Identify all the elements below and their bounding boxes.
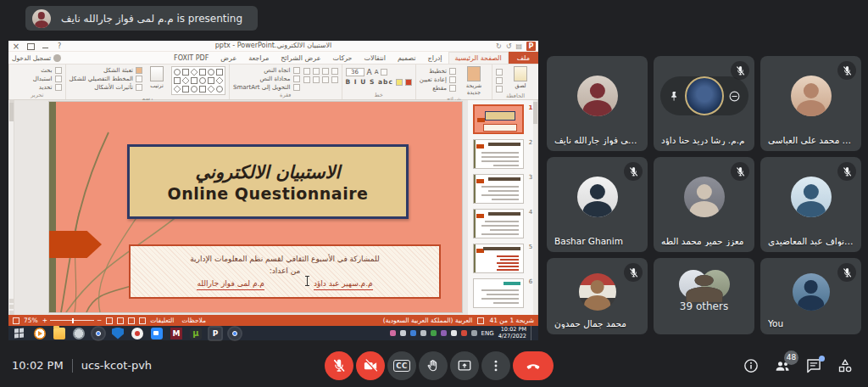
- participant-tile-4[interactable]: Bashar Ghanim: [547, 157, 648, 252]
- tab-slideshow[interactable]: عرض الشرائح: [275, 52, 326, 64]
- activities-button[interactable]: [836, 356, 854, 375]
- captions-button[interactable]: CC: [387, 351, 416, 380]
- utorrent-icon[interactable]: µ: [190, 328, 202, 339]
- zoom-app-icon[interactable]: [151, 328, 163, 339]
- tray-icon-2[interactable]: [400, 330, 406, 336]
- maroon-app-icon[interactable]: M: [170, 328, 182, 339]
- thumbnail-slide-5[interactable]: 5: [468, 244, 537, 273]
- spellcheck-icon[interactable]: [477, 317, 484, 324]
- tray-icon-6[interactable]: [441, 330, 447, 336]
- slide-scrollbar[interactable]: [8, 100, 14, 315]
- shape-fill-button[interactable]: تعبئة الشكل: [70, 67, 142, 74]
- status-language[interactable]: العربية (المملكة العربية السعودية): [383, 317, 473, 324]
- tab-home[interactable]: الصفحة الرئيسية: [448, 52, 509, 64]
- reading-view-icon[interactable]: [106, 317, 113, 324]
- shape-effects-button[interactable]: تأثيرات الأشكال: [70, 84, 142, 91]
- participants-button[interactable]: 48: [773, 356, 792, 375]
- tray-icon-3[interactable]: [410, 330, 416, 336]
- sign-in-button[interactable]: تسجيل الدخول: [12, 52, 61, 64]
- highlight-color-icon[interactable]: [396, 79, 403, 86]
- taskbar-clock[interactable]: 10:02 PM 4/27/2022: [498, 327, 526, 340]
- shapes-gallery[interactable]: [171, 66, 225, 95]
- self-tile[interactable]: You: [760, 258, 861, 334]
- paste-button[interactable]: لصق: [506, 66, 535, 89]
- line-spacing-icon[interactable]: [331, 68, 338, 75]
- participant-tile-3[interactable]: زهراء أحمد محمد علي العباسي: [760, 56, 861, 151]
- comments-button[interactable]: التعليقات: [150, 317, 174, 324]
- mic-mute-button[interactable]: [325, 351, 353, 380]
- camera-off-button[interactable]: [356, 351, 385, 380]
- new-slide-button[interactable]: شريحة جديدة: [459, 66, 488, 96]
- slide-canvas[interactable]: الاستبيان الالكتروني Online Questionnair…: [49, 102, 462, 312]
- end-call-button[interactable]: [513, 351, 554, 380]
- volume-icon[interactable]: [471, 330, 477, 336]
- notes-button[interactable]: ملاحظات: [181, 317, 206, 324]
- remove-participant-icon[interactable]: [728, 90, 741, 103]
- tab-file[interactable]: ملف: [509, 52, 538, 64]
- slideshow-view-icon[interactable]: [117, 317, 124, 324]
- raise-hand-button[interactable]: [419, 351, 448, 380]
- font-style-buttons[interactable]: B I U S abc: [346, 78, 393, 86]
- tab-insert[interactable]: إدراج: [422, 52, 448, 64]
- arrange-button[interactable]: ترتيب: [146, 66, 168, 89]
- undo-icon[interactable]: ↺: [506, 43, 512, 50]
- fit-slide-icon[interactable]: [13, 317, 19, 324]
- thumbnail-scrollbar[interactable]: [533, 100, 537, 315]
- numbering-icon[interactable]: [313, 68, 320, 75]
- format-painter-icon[interactable]: [496, 86, 503, 93]
- thumbnail-slide-6[interactable]: 6: [468, 278, 537, 308]
- zoom-level[interactable]: 75%: [24, 317, 38, 324]
- chat-button[interactable]: [804, 356, 823, 375]
- tray-icon-4[interactable]: [420, 330, 426, 336]
- align-center-icon[interactable]: [313, 76, 320, 83]
- present-button[interactable]: [450, 351, 479, 380]
- tray-icon-7[interactable]: [451, 330, 457, 336]
- more-options-button[interactable]: [481, 351, 510, 380]
- section-button[interactable]: مقطع: [420, 85, 456, 92]
- zoom-slider[interactable]: +−: [42, 317, 103, 324]
- participant-tile-7[interactable]: محمد جمال حمدون: [547, 258, 648, 334]
- show-desktop-button[interactable]: [531, 326, 533, 340]
- tray-icon-1[interactable]: [390, 330, 396, 336]
- shrink-font-icon[interactable]: A: [375, 69, 379, 76]
- select-button[interactable]: تحديد: [33, 84, 62, 91]
- clear-format-icon[interactable]: [381, 69, 387, 76]
- file-explorer-icon[interactable]: [53, 328, 65, 339]
- grow-font-icon[interactable]: A: [367, 68, 372, 76]
- settings-app-icon[interactable]: [73, 328, 85, 339]
- participant-tile-2[interactable]: م.م. رشا دريد حنا داؤد: [654, 56, 754, 151]
- font-size-box[interactable]: 36: [346, 68, 364, 76]
- font-color-icon[interactable]: [405, 79, 412, 86]
- smartart-button[interactable]: التحويل إلى SmartArt: [233, 84, 300, 91]
- start-button[interactable]: [8, 326, 29, 340]
- slide-info-box[interactable]: للمشاركة في الأسبوع الثقافي لقسم نظم الم…: [129, 244, 441, 299]
- tray-icon-8[interactable]: [461, 330, 467, 336]
- reset-button[interactable]: إعادة تعيين: [420, 76, 456, 83]
- find-button[interactable]: بحث: [33, 67, 62, 74]
- app-icon-circle[interactable]: [131, 328, 143, 339]
- slide-title-box[interactable]: الاستبيان الالكتروني Online Questionnair…: [127, 144, 409, 219]
- keyboard-language[interactable]: ENG: [481, 330, 494, 337]
- tab-review[interactable]: مراجعة: [242, 52, 275, 64]
- pin-icon[interactable]: [668, 90, 681, 103]
- meeting-details-button[interactable]: [742, 356, 760, 375]
- save-icon[interactable]: ▤: [515, 43, 522, 50]
- shape-outline-button[interactable]: المخطط التفصيلي للشكل: [70, 76, 142, 82]
- overflow-tile[interactable]: 39 others: [654, 258, 754, 334]
- align-right-icon[interactable]: [303, 76, 310, 83]
- participant-tile-1[interactable]: م.م لمى فواز جارالله نايف: [547, 56, 648, 151]
- bullets-icon[interactable]: [303, 68, 310, 75]
- tray-icon-5[interactable]: [431, 330, 437, 336]
- tab-transitions[interactable]: انتقالات: [359, 52, 392, 64]
- tab-foxit-pdf[interactable]: FOXIT PDF: [168, 52, 214, 64]
- layout-button[interactable]: تخطيط: [420, 68, 456, 75]
- thumbnail-slide-1[interactable]: 1: [468, 104, 537, 134]
- normal-view-icon[interactable]: [139, 317, 146, 324]
- redo-icon[interactable]: ↻: [496, 43, 502, 50]
- tab-design[interactable]: تصميم: [392, 52, 422, 64]
- replace-button[interactable]: استبدال: [33, 76, 62, 82]
- text-direction-button[interactable]: اتجاه النص: [233, 67, 300, 74]
- chrome-icon[interactable]: [92, 328, 104, 339]
- tab-view[interactable]: عرض: [214, 52, 242, 64]
- media-player-icon[interactable]: [34, 328, 46, 339]
